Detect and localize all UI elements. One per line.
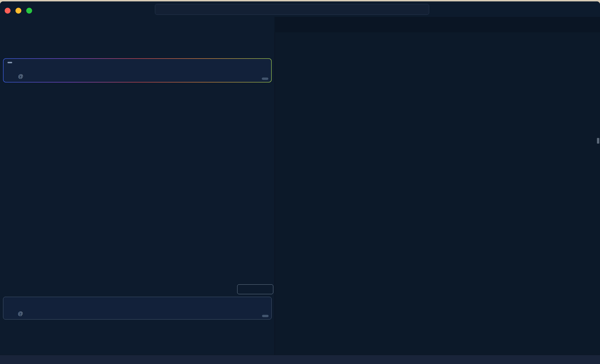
close-window-button[interactable] bbox=[5, 8, 10, 14]
sidebar-collapsed-sections bbox=[0, 321, 274, 355]
vscode-window: @ @ bbox=[0, 1, 600, 364]
copilot-icon bbox=[432, 5, 440, 13]
chevron-down-icon bbox=[441, 7, 444, 11]
sidebar: @ @ bbox=[0, 32, 274, 355]
model-selector[interactable] bbox=[8, 75, 12, 78]
followup-input-box[interactable]: @ bbox=[3, 297, 272, 319]
add-context-at-button[interactable]: @ bbox=[18, 311, 23, 317]
command-center-search[interactable] bbox=[155, 4, 429, 15]
chat-input-box[interactable]: @ bbox=[3, 59, 271, 82]
editor-pane bbox=[274, 32, 600, 355]
overview-ruler-marker bbox=[597, 138, 599, 144]
editor-tab-bar bbox=[274, 17, 600, 32]
titlebar bbox=[0, 1, 600, 17]
context-items-toggle[interactable] bbox=[5, 85, 14, 89]
chevron-down-icon bbox=[9, 312, 12, 315]
enter-button[interactable] bbox=[262, 78, 268, 80]
chevron-down-icon bbox=[9, 75, 12, 78]
minimize-window-button[interactable] bbox=[16, 8, 21, 14]
status-bar bbox=[0, 355, 600, 364]
chevron-right-icon bbox=[5, 85, 9, 89]
context-chip[interactable] bbox=[8, 62, 12, 63]
chat-response bbox=[0, 97, 274, 297]
copilot-menu[interactable] bbox=[432, 5, 444, 13]
add-context-at-button[interactable]: @ bbox=[18, 73, 23, 79]
zoom-window-button[interactable] bbox=[26, 8, 32, 14]
model-selector[interactable] bbox=[7, 312, 12, 315]
enter-button[interactable] bbox=[262, 315, 269, 317]
more-ellipsis-icon[interactable] bbox=[263, 36, 269, 41]
chevron-down-icon bbox=[2, 48, 7, 53]
cancel-button[interactable] bbox=[237, 284, 273, 294]
activity-and-tabs-strip bbox=[0, 17, 600, 32]
search-icon bbox=[288, 7, 293, 12]
code-area[interactable] bbox=[275, 46, 600, 355]
traffic-lights bbox=[5, 8, 32, 14]
continue-section-header[interactable] bbox=[2, 46, 270, 55]
chat-input-gradient-border: @ bbox=[3, 58, 272, 82]
